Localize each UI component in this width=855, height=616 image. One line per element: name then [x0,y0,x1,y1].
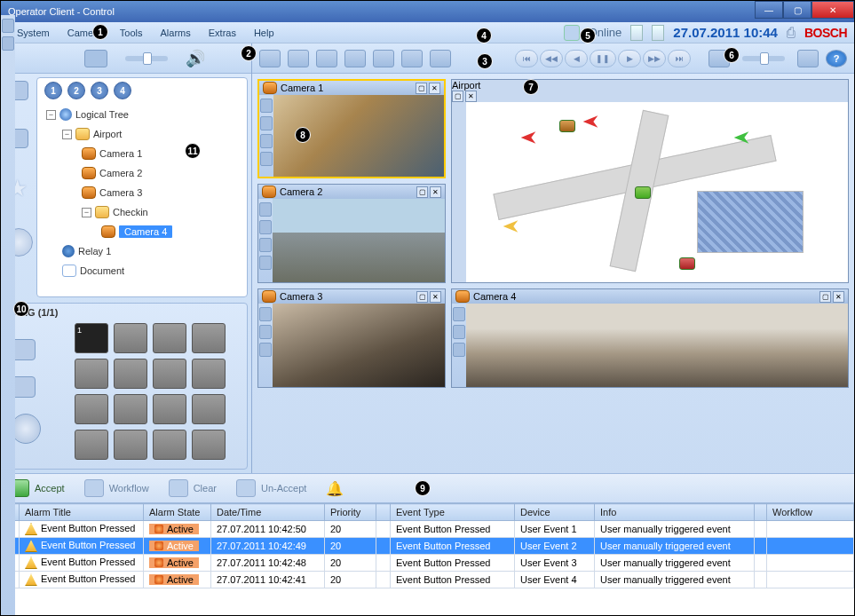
tile-tab-icon[interactable] [453,325,465,339]
menu-extras[interactable]: Extras [200,24,245,42]
tree-camera4[interactable]: Camera 4 [119,225,172,238]
layout-2-button[interactable]: 2 [67,82,85,99]
table-header-row[interactable]: Alarm Title Alarm State Date/Time Priori… [2,504,854,521]
tile-max-icon[interactable]: ▢ [416,186,428,198]
workflow-button[interactable]: Workflow [84,479,149,497]
amg-cell[interactable] [114,430,147,460]
tile-tab-icon[interactable] [260,116,273,130]
tile-tab-icon[interactable] [2,19,14,33]
tile-tab-icon[interactable] [453,343,465,357]
tile-close-icon[interactable]: ✕ [833,291,844,303]
tile-camera4[interactable]: Camera 4▢✕ [451,288,849,388]
expand-icon[interactable]: − [82,208,91,217]
amg-cell[interactable] [114,323,147,353]
unaccept-button[interactable]: Un-Accept [236,479,306,497]
add-pane-icon[interactable] [797,50,819,67]
layout-1-button[interactable]: 1 [44,82,62,99]
layout-3-button[interactable]: 3 [91,82,108,99]
layout-slider[interactable] [742,56,785,61]
rewind-button[interactable]: ◀◀ [540,50,563,67]
table-row[interactable]: Event Button PressedActive27.07.2011 10:… [2,572,854,588]
menu-tools[interactable]: Tools [111,24,152,42]
amg-cell[interactable] [153,359,186,389]
amg-cell[interactable] [153,394,186,424]
tree-document[interactable]: Document [80,265,124,276]
amg-cell[interactable] [75,359,108,389]
mic-icon[interactable] [430,50,451,67]
bell-icon[interactable]: 🔔 [326,480,342,496]
tile-close-icon[interactable]: ✕ [430,291,441,303]
zoom-slider[interactable] [125,56,168,61]
tile-camera1[interactable]: Camera 1▢✕ [257,79,446,178]
amg-cell[interactable] [114,359,147,389]
expand-icon[interactable]: − [46,110,56,120]
tile-camera3[interactable]: Camera 3▢✕ [257,288,446,388]
amg-grid[interactable]: 1 [75,323,226,460]
col-filter[interactable] [755,504,767,521]
print-icon[interactable]: ⎙ [787,25,796,41]
tree-relay1[interactable]: Relay 1 [78,246,111,257]
snapshot-icon[interactable] [373,50,394,67]
tile-airport-map[interactable]: Airport▢✕ [451,79,849,283]
tile-max-icon[interactable]: ▢ [819,291,831,303]
amg-cell[interactable]: 1 [75,323,108,353]
tile-max-icon[interactable]: ▢ [452,91,463,102]
tree-camera2[interactable]: Camera 2 [99,168,142,178]
rewind-start-button[interactable]: ⏮ [515,50,538,67]
tree-root[interactable]: Logical Tree [75,109,129,120]
step-back-button[interactable]: ◀ [565,50,588,67]
col-info[interactable]: Info [595,504,755,521]
amg-cell[interactable] [114,394,147,424]
close-button[interactable]: ✕ [811,1,854,19]
menu-help[interactable]: Help [245,24,283,42]
tree-camera1[interactable]: Camera 1 [99,148,142,159]
amg-cell[interactable] [192,430,226,460]
tile-tab-icon[interactable] [260,152,273,166]
tile-tab-icon[interactable] [259,202,272,217]
tile-tab-icon[interactable] [453,307,465,321]
col-sort[interactable] [376,504,391,521]
map-camera-icon[interactable] [559,120,575,132]
tree-camera3[interactable]: Camera 3 [99,187,142,198]
status-icon[interactable] [564,25,580,41]
amg-cell[interactable] [75,394,108,424]
amg-cell[interactable] [192,394,226,424]
film-icon[interactable] [84,50,107,67]
tile-tab-icon[interactable] [259,343,272,357]
favorite-icon[interactable] [401,50,423,67]
minimize-button[interactable]: — [755,1,783,19]
alarm-table[interactable]: Alarm Title Alarm State Date/Time Priori… [1,503,854,594]
pause-button[interactable]: ❚❚ [590,50,616,67]
image-icon[interactable] [316,50,337,67]
amg-cell[interactable] [153,323,186,353]
amg-cell[interactable] [192,323,226,353]
menu-alarms[interactable]: Alarms [152,24,200,42]
col-event-type[interactable]: Event Type [391,504,515,521]
table-row[interactable]: Event Button PressedActive27.07.2011 10:… [2,555,854,572]
amg-cell[interactable] [153,430,186,460]
map-camera-icon[interactable] [679,257,695,270]
menu-system[interactable]: System [8,24,59,42]
col-priority[interactable]: Priority [325,504,376,521]
col-workflow[interactable]: Workflow [767,504,854,521]
help-icon[interactable]: ? [826,50,847,67]
fullscreen-icon[interactable] [259,50,281,67]
print-icon[interactable] [344,50,366,67]
step-fwd-button[interactable]: ▶ [618,50,641,67]
col-device[interactable]: Device [515,504,595,521]
expand-icon[interactable] [288,50,309,67]
tile-max-icon[interactable]: ▢ [416,83,427,94]
tile-tab-icon[interactable] [259,256,272,270]
tile-close-icon[interactable]: ✕ [430,186,441,198]
tile-tab-icon[interactable] [259,325,272,339]
expand-icon[interactable]: − [62,130,72,139]
tile-tab-icon[interactable] [2,36,14,51]
speaker-icon[interactable]: 🔊 [186,49,205,68]
map-camera-icon[interactable] [635,186,651,199]
col-alarm-state[interactable]: Alarm State [144,504,211,521]
amg-joystick-icon[interactable] [11,414,41,444]
table-row[interactable]: ▶Event Button PressedActive27.07.2011 10… [2,538,854,555]
table-row[interactable]: Event Button PressedActive27.07.2011 10:… [2,521,854,538]
forward-end-button[interactable]: ⏭ [668,50,691,67]
tile-close-icon[interactable]: ✕ [429,83,440,94]
